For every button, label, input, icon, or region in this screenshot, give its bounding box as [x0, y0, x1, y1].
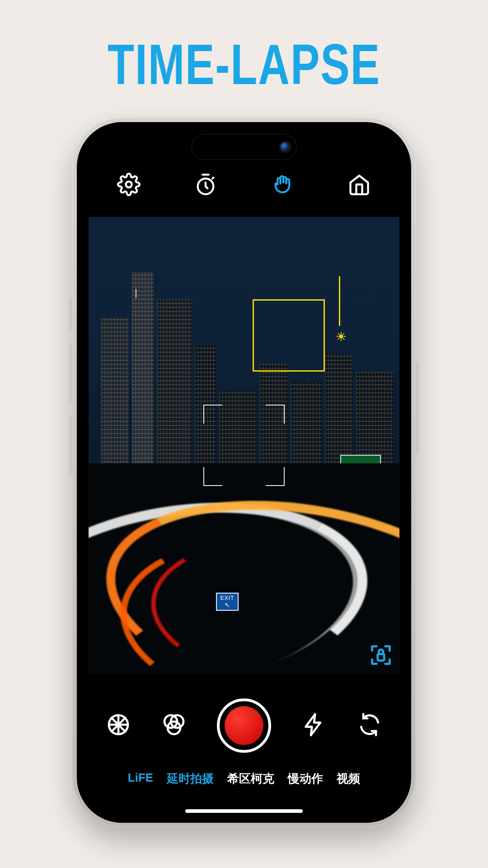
record-button[interactable] — [217, 698, 271, 753]
viewfinder-ground: EXIT ↖ — [89, 463, 399, 674]
phone-frame: EXIT ↖ — [72, 118, 416, 827]
phone-side-button — [70, 298, 72, 330]
mode-slowmo[interactable]: 慢动作 — [288, 771, 323, 787]
exposure-sun-icon[interactable] — [336, 331, 346, 341]
phone-volume-up — [70, 344, 72, 402]
phone-power-button — [416, 362, 418, 452]
filters-icon[interactable] — [161, 712, 187, 739]
exit-sign-arrow: ↖ — [225, 601, 230, 609]
record-button-inner-icon — [225, 706, 263, 745]
exit-sign-icon: EXIT ↖ — [216, 593, 239, 611]
exit-sign-label: EXIT — [221, 595, 235, 601]
af-lock-icon[interactable] — [368, 642, 394, 668]
bottom-controls — [77, 696, 411, 755]
mode-life[interactable]: LiFE — [128, 771, 153, 787]
dynamic-island — [192, 135, 296, 159]
timer-icon[interactable] — [194, 173, 217, 198]
mode-timelapse[interactable]: 延时拍摄 — [167, 771, 214, 787]
focus-box[interactable] — [253, 299, 325, 372]
svg-point-0 — [126, 182, 132, 188]
settings-icon[interactable] — [117, 173, 141, 198]
exposure-slider[interactable] — [339, 276, 340, 326]
flash-icon[interactable] — [301, 712, 327, 739]
phone-volume-down — [70, 416, 72, 475]
front-camera-icon — [281, 142, 290, 151]
autofocus-brackets-icon — [203, 405, 285, 486]
home-indicator[interactable] — [185, 809, 303, 813]
gesture-hand-icon[interactable] — [271, 173, 294, 198]
camera-viewfinder[interactable]: EXIT ↖ — [89, 217, 399, 674]
home-icon[interactable] — [347, 173, 371, 198]
mode-video[interactable]: 视频 — [337, 771, 360, 787]
svg-line-10 — [343, 333, 344, 334]
svg-point-2 — [339, 335, 343, 338]
promo-title: TIME-LAPSE — [29, 31, 459, 97]
mode-selector[interactable]: LiFE 延时拍摄 希区柯克 慢动作 视频 — [77, 771, 411, 787]
building-icon — [132, 272, 154, 491]
svg-line-8 — [343, 338, 344, 339]
switch-camera-icon[interactable] — [357, 712, 382, 739]
phone-screen: EXIT ↖ — [77, 122, 411, 823]
top-toolbar — [77, 167, 411, 203]
building-icon — [157, 299, 191, 491]
svg-line-9 — [338, 338, 339, 339]
mode-hitchcock[interactable]: 希区柯克 — [227, 771, 274, 787]
gallery-wheel-icon[interactable] — [106, 712, 131, 739]
svg-line-7 — [338, 333, 339, 334]
